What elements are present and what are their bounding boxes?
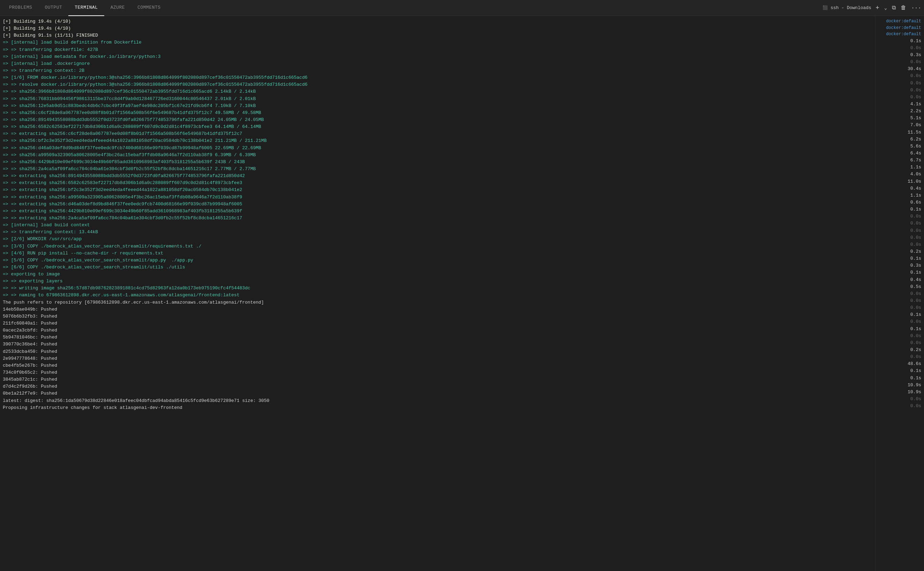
terminal-line: => => extracting sha256:6582c62583ef2271… bbox=[3, 179, 872, 187]
terminal-line: => => extracting sha256:8914943558088bdd… bbox=[3, 173, 872, 179]
sidebar-time: 6.7s bbox=[878, 157, 921, 164]
terminal-line: => => sha256:76831bb094456f98613115be37c… bbox=[3, 96, 872, 102]
terminal-line: => => transferring context: 2B bbox=[3, 67, 872, 74]
terminal-line: => => sha256:12e5ab9d51c883bedc4db6c7cbc… bbox=[3, 102, 872, 110]
terminal-content: [+] Building 19.4s (4/10)[+] Building 19… bbox=[0, 16, 924, 571]
terminal-line: => [6/6] COPY ./bedrock_atlas_vector_sea… bbox=[3, 264, 872, 271]
more-actions-button[interactable]: ··· bbox=[911, 5, 921, 11]
tab-comments[interactable]: COMMENTS bbox=[131, 0, 167, 16]
sidebar-time: 0.0s bbox=[878, 304, 921, 311]
terminal-line: => => transferring dockerfile: 427B bbox=[3, 46, 872, 53]
terminal-line: => => sha256:8914943558088bdd3db5552f0d3… bbox=[3, 116, 872, 123]
terminal-line: => => resolve docker.io/library/python:3… bbox=[3, 81, 872, 88]
terminal-line: => => extracting sha256:d46a03def8d9bd84… bbox=[3, 201, 872, 208]
terminal-line: => [internal] load metadata for docker.i… bbox=[3, 53, 872, 60]
terminal-line: => [5/6] COPY ./bedrock_atlas_vector_sea… bbox=[3, 257, 872, 264]
terminal-line: => => extracting sha256:bf2c3e352f3d2eed… bbox=[3, 187, 872, 193]
terminal-line: latest: digest: sha256:1da50679d38d22846… bbox=[3, 397, 872, 404]
terminal-session-label[interactable]: ⬛ ssh - Downloads bbox=[822, 5, 871, 11]
tab-azure[interactable]: AZURE bbox=[104, 0, 131, 16]
sidebar-time: 0.0s bbox=[878, 353, 921, 360]
tab-terminal[interactable]: TERMINAL bbox=[68, 0, 104, 16]
sidebar-time: docker:default bbox=[878, 18, 921, 25]
terminal-line: [+] Building 91.1s (11/11) FINISHED bbox=[3, 32, 872, 39]
sidebar-time: 0.0s bbox=[878, 396, 921, 403]
sidebar-time: 4.1s bbox=[878, 101, 921, 108]
split-terminal-button[interactable]: ⧉ bbox=[892, 5, 896, 11]
add-terminal-button[interactable]: + bbox=[876, 5, 879, 11]
tab-problems[interactable]: PROBLEMS bbox=[3, 0, 39, 16]
sidebar-time: 0.1s bbox=[878, 311, 921, 318]
chevron-down-icon[interactable]: ⌄ bbox=[884, 5, 887, 11]
sidebar-time: 0.1s bbox=[878, 375, 921, 382]
terminal-line: 14eb58ae049b: Pushed bbox=[3, 306, 872, 313]
kill-terminal-button[interactable]: 🗑 bbox=[901, 5, 906, 11]
terminal-output[interactable]: [+] Building 19.4s (4/10)[+] Building 19… bbox=[0, 16, 875, 571]
terminal-line: [+] Building 19.4s (4/10) bbox=[3, 25, 872, 32]
terminal-line: => => sha256:a99509a323905a80628005e4f3b… bbox=[3, 152, 872, 159]
sidebar-time: 5.1s bbox=[878, 115, 921, 122]
sidebar-time: 4.0s bbox=[878, 171, 921, 178]
terminal-line: => => extracting sha256:c6cf28de8a067787… bbox=[3, 130, 872, 137]
tab-output[interactable]: OUTPUT bbox=[39, 0, 68, 16]
toolbar-actions: + ⌄ ⧉ 🗑 ··· bbox=[876, 5, 921, 11]
terminal-line: 211fc60840a1: Pushed bbox=[3, 320, 872, 327]
sidebar-time: 0.0s bbox=[878, 318, 921, 325]
sidebar-time: 10.9s bbox=[878, 389, 921, 396]
sidebar-time: 0.4s bbox=[878, 185, 921, 192]
sidebar-time: 11.0s bbox=[878, 178, 921, 185]
terminal-line: d2533dcba450: Pushed bbox=[3, 348, 872, 355]
terminal-line: 3845ab872c1c: Pushed bbox=[3, 376, 872, 383]
terminal-line: => [1/6] FROM docker.io/library/python:3… bbox=[3, 74, 872, 81]
terminal-line: => => extracting sha256:4429b810e09ef699… bbox=[3, 208, 872, 215]
terminal-line: cbe4fb5e267b: Pushed bbox=[3, 362, 872, 369]
sidebar-time: 0.2s bbox=[878, 248, 921, 255]
sidebar-time: 6.2s bbox=[878, 136, 921, 143]
terminal-line: => [4/6] RUN pip install --no-cache-dir … bbox=[3, 250, 872, 257]
sidebar-time: 5.6s bbox=[878, 143, 921, 150]
terminal-line: => => naming to 679863612898.dkr.ecr.us-… bbox=[3, 292, 872, 299]
terminal-line: => => sha256:2a4ca5af09fa6cc704c04ba61e3… bbox=[3, 165, 872, 173]
terminal-line: => => transferring context: 13.44kB bbox=[3, 229, 872, 236]
sidebar-time: 0.1s bbox=[878, 206, 921, 213]
terminal-line: => => sha256:4429b810e09ef699c3034e49b60… bbox=[3, 159, 872, 165]
sidebar-time: 0.1s bbox=[878, 38, 921, 45]
sidebar-time: 10.9s bbox=[878, 382, 921, 389]
terminal-line: => [2/6] WORKDIR /usr/src/app bbox=[3, 236, 872, 242]
sidebar-time: 0.5s bbox=[878, 283, 921, 290]
sidebar-time: 0.3s bbox=[878, 262, 921, 269]
tab-bar: PROBLEMS OUTPUT TERMINAL AZURE COMMENTS … bbox=[0, 0, 924, 16]
terminal-line: => => sha256:3966b81808d864099f802080d89… bbox=[3, 88, 872, 95]
sidebar-time: 0.0s bbox=[878, 59, 921, 66]
sidebar-time: 48.6s bbox=[878, 360, 921, 367]
sidebar-time: docker:default bbox=[878, 31, 921, 38]
terminal-line: => => extracting sha256:a99509a323905a80… bbox=[3, 194, 872, 201]
terminal-line: 0acec2a3cbfd: Pushed bbox=[3, 327, 872, 334]
terminal-line: 5b94781046bc: Pushed bbox=[3, 334, 872, 341]
sidebar-time: 0.0s bbox=[878, 80, 921, 87]
sidebar-time: 0.0s bbox=[878, 87, 921, 94]
terminal-line: => exporting to image bbox=[3, 271, 872, 278]
terminal-line: => => sha256:d46a03def8d9bd846f37fee0edc… bbox=[3, 145, 872, 152]
terminal-line: => => extracting sha256:2a4ca5af09fa6cc7… bbox=[3, 215, 872, 222]
terminal-line: [+] Building 19.4s (4/10) bbox=[3, 18, 872, 25]
terminal-line: 2e9947778648: Pushed bbox=[3, 355, 872, 362]
sidebar-time: 0.1s bbox=[878, 255, 921, 262]
terminal-icon: ⬛ bbox=[822, 5, 828, 11]
terminal-line: => [internal] load .dockerignore bbox=[3, 60, 872, 67]
terminal-line: => => sha256:6582c62583ef22717db8d306b1d… bbox=[3, 123, 872, 130]
terminal-line: 390770c36be4: Pushed bbox=[3, 341, 872, 348]
sidebar-time: 0.0s bbox=[878, 297, 921, 304]
terminal-line: 0be1a212f7e9: Pushed bbox=[3, 390, 872, 397]
terminal-line: 734c0f0b65c2: Pushed bbox=[3, 369, 872, 376]
sidebar-time: 0.0s bbox=[878, 290, 921, 297]
sidebar-time: 0.1s bbox=[878, 367, 921, 374]
terminal-line: 5076b6b32fb3: Pushed bbox=[3, 313, 872, 320]
terminal-line: The push refers to repository [679863612… bbox=[3, 299, 872, 306]
tab-bar-actions: ⬛ ssh - Downloads + ⌄ ⧉ 🗑 ··· bbox=[822, 5, 921, 11]
sidebar-time: 0.1s bbox=[878, 269, 921, 276]
terminal-line: => [internal] load build context bbox=[3, 222, 872, 229]
sidebar-time: 0.6s bbox=[878, 199, 921, 206]
terminal-line: => [internal] load build definition from… bbox=[3, 39, 872, 46]
terminal-line: d7d4c2f9d26b: Pushed bbox=[3, 383, 872, 390]
